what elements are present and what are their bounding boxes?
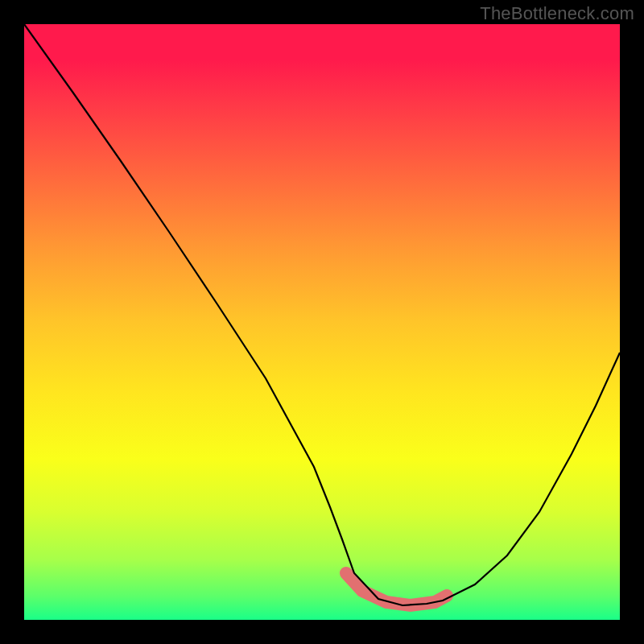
fit-highlight-path [346,573,447,605]
plot-area [24,24,620,620]
watermark-text: TheBottleneck.com [480,3,634,24]
chart-frame: TheBottleneck.com [0,0,644,644]
main-curve-path [24,24,620,605]
curve-svg [24,24,620,620]
